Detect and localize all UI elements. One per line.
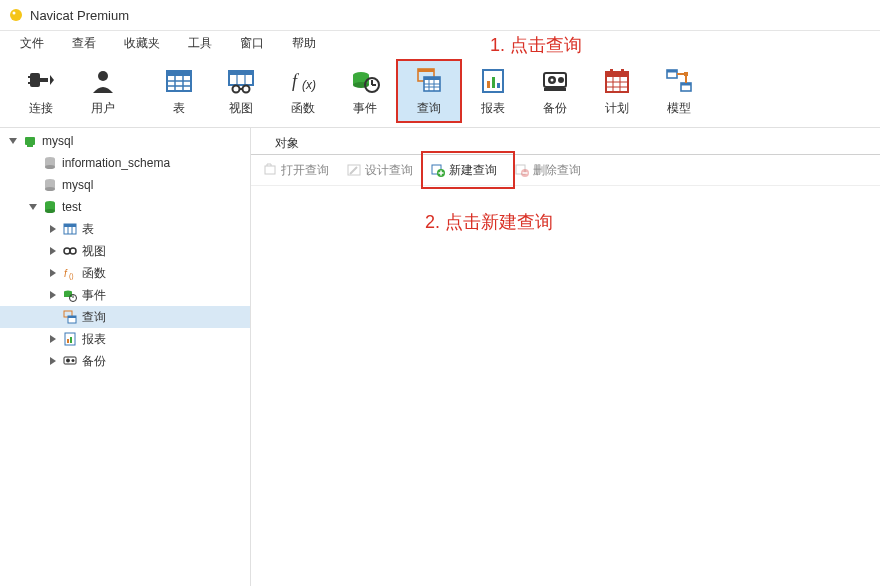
svg-text:f: f <box>64 268 68 279</box>
svg-rect-14 <box>229 71 253 75</box>
expander-icon[interactable] <box>46 288 60 302</box>
tree-row-0[interactable]: mysql <box>0 130 250 152</box>
toolbar-plug-button[interactable]: 连接 <box>10 61 72 121</box>
svg-rect-58 <box>25 137 35 145</box>
toolbar-report-button[interactable]: 报表 <box>462 61 524 121</box>
tree-label: mysql <box>62 178 93 192</box>
toolbar-schedule-button[interactable]: 计划 <box>586 61 648 121</box>
subtoolbar-open-button[interactable]: 打开查询 <box>259 160 333 181</box>
event-icon <box>350 66 380 96</box>
titlebar: Navicat Premium <box>0 0 880 31</box>
toolbar-event-button[interactable]: 事件 <box>334 61 396 121</box>
svg-rect-56 <box>681 83 691 86</box>
svg-rect-85 <box>67 339 69 343</box>
expander-icon[interactable] <box>46 266 60 280</box>
menu-item-3[interactable]: 工具 <box>174 33 226 54</box>
tree-row-6[interactable]: f()函数 <box>0 262 250 284</box>
toolbar-function-button[interactable]: f(x)函数 <box>272 61 334 121</box>
subtoolbar-label: 设计查询 <box>365 162 413 179</box>
svg-rect-3 <box>28 76 31 78</box>
svg-rect-37 <box>487 81 490 88</box>
tree-row-5[interactable]: 视图 <box>0 240 250 262</box>
svg-point-0 <box>10 9 22 21</box>
expander-icon[interactable] <box>46 332 60 346</box>
annotation-2: 2. 点击新建查询 <box>425 210 553 234</box>
svg-point-17 <box>233 85 240 92</box>
svg-rect-4 <box>28 82 31 84</box>
tree-row-1[interactable]: information_schema <box>0 152 250 174</box>
db-gray-icon <box>42 177 58 193</box>
expander-icon[interactable] <box>46 354 60 368</box>
expander-icon[interactable] <box>46 222 60 236</box>
svg-point-42 <box>551 78 554 81</box>
subtoolbar-delete-button[interactable]: 删除查询 <box>511 160 585 181</box>
svg-point-68 <box>45 209 55 213</box>
expander-icon[interactable] <box>46 244 60 258</box>
menu-item-0[interactable]: 文件 <box>6 33 58 54</box>
svg-rect-2 <box>30 73 40 87</box>
svg-text:(): () <box>69 272 74 280</box>
toolbar-backup-button[interactable]: 备份 <box>524 61 586 121</box>
toolbar-label: 报表 <box>481 100 505 117</box>
backup-icon <box>540 66 570 96</box>
svg-rect-57 <box>684 72 688 76</box>
tree-row-3[interactable]: test <box>0 196 250 218</box>
expander-icon[interactable] <box>26 200 40 214</box>
toolbar-label: 连接 <box>29 100 53 117</box>
toolbar-user-button[interactable]: 用户 <box>72 61 134 121</box>
svg-rect-38 <box>492 77 495 88</box>
svg-rect-29 <box>418 69 434 72</box>
function-icon: f() <box>62 265 78 281</box>
event-icon <box>62 287 78 303</box>
svg-rect-90 <box>265 166 275 174</box>
tree-row-7[interactable]: 事件 <box>0 284 250 306</box>
toolbar-model-button[interactable]: 模型 <box>648 61 710 121</box>
tree-label: 函数 <box>82 265 106 282</box>
tree-row-10[interactable]: 备份 <box>0 350 250 372</box>
model-icon <box>664 66 694 96</box>
toolbar-table-button[interactable]: 表 <box>148 61 210 121</box>
menu-item-2[interactable]: 收藏夹 <box>110 33 174 54</box>
delete-icon <box>515 163 529 177</box>
svg-rect-78 <box>64 292 72 297</box>
expander-icon <box>46 310 60 324</box>
tree-row-9[interactable]: 报表 <box>0 328 250 350</box>
expander-icon <box>26 156 40 170</box>
toolbar-label: 表 <box>173 100 185 117</box>
open-icon <box>263 163 277 177</box>
toolbar-query-button[interactable]: 查询 <box>396 59 462 123</box>
svg-rect-8 <box>167 71 191 76</box>
svg-point-1 <box>13 12 16 15</box>
toolbar: 1. 点击查询 连接用户表视图f(x)函数事件查询报表备份计划模型 <box>0 55 880 128</box>
menu-item-5[interactable]: 帮助 <box>278 33 330 54</box>
tab-objects[interactable]: 对象 <box>259 132 315 154</box>
user-icon <box>88 66 118 96</box>
tree-row-2[interactable]: mysql <box>0 174 250 196</box>
subtoolbar-new-button[interactable]: 新建查询 <box>427 160 501 181</box>
subtoolbar-label: 删除查询 <box>533 162 581 179</box>
expander-icon <box>26 178 40 192</box>
svg-rect-44 <box>544 88 566 91</box>
svg-point-24 <box>353 82 369 88</box>
svg-point-88 <box>66 359 70 363</box>
tabstrip: 对象 <box>251 128 880 155</box>
new-icon <box>431 163 445 177</box>
svg-point-73 <box>64 248 70 254</box>
menu-item-4[interactable]: 窗口 <box>226 33 278 54</box>
menu-item-1[interactable]: 查看 <box>58 33 110 54</box>
subtoolbar-design-button[interactable]: 设计查询 <box>343 160 417 181</box>
expander-icon[interactable] <box>6 134 20 148</box>
tree-row-4[interactable]: 表 <box>0 218 250 240</box>
tree-label: 报表 <box>82 331 106 348</box>
toolbar-label: 用户 <box>91 100 115 117</box>
svg-rect-31 <box>424 77 440 80</box>
svg-point-62 <box>45 165 55 169</box>
tree-label: 视图 <box>82 243 106 260</box>
view-icon <box>62 243 78 259</box>
tree-row-8[interactable]: 查询 <box>0 306 250 328</box>
svg-rect-39 <box>497 83 500 88</box>
toolbar-view-button[interactable]: 视图 <box>210 61 272 121</box>
svg-point-6 <box>98 71 108 81</box>
main: mysqlinformation_schemamysqltest表视图f()函数… <box>0 128 880 586</box>
db-green-icon <box>42 199 58 215</box>
